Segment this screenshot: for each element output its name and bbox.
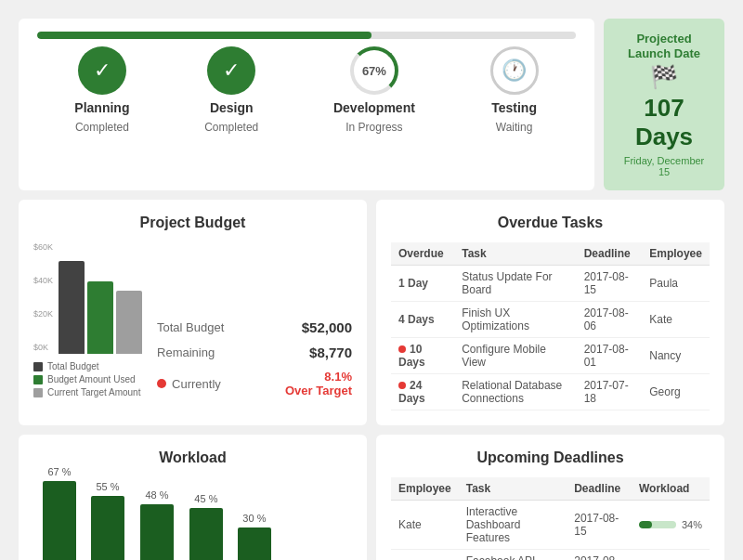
overdue-task-1: Status Update For Board	[454, 266, 576, 302]
planning-icon: ✓	[78, 46, 126, 95]
remaining-value: $8,770	[309, 345, 352, 360]
overdue-deadline-3: 2017-08-01	[577, 338, 643, 374]
launch-card: Projected Launch Date 🏁 107 Days Friday,…	[604, 19, 724, 190]
overdue-col-task: Task	[454, 242, 576, 266]
red-dot-4	[398, 382, 406, 389]
dl-col-task: Task	[459, 477, 567, 501]
dl-employee-kate: Kate	[391, 501, 459, 550]
flag-icon: 🏁	[650, 64, 678, 90]
overdue-row-2: 4 Days Finish UX Optimizations 2017-08-0…	[391, 302, 710, 338]
stat-currently: Currently 8.1% Over Target	[157, 370, 352, 397]
design-icon: ✓	[207, 46, 255, 95]
overdue-deadline-2: 2017-08-06	[577, 302, 643, 338]
overdue-days-1: 1 Day	[391, 266, 454, 302]
legend-dot-total	[33, 362, 43, 371]
overdue-employee-3: Nancy	[642, 338, 710, 374]
workload-title: Workload	[33, 449, 352, 466]
overdue-employee-2: Kate	[642, 302, 710, 338]
dl-col-employee: Employee	[391, 477, 459, 501]
overdue-employee-1: Paula	[642, 266, 710, 302]
kate-pct: 45 %	[194, 493, 217, 504]
overdue-row-4: 24 Days Relational Database Connections …	[391, 374, 710, 410]
launch-title: Projected Launch Date	[620, 32, 708, 60]
launch-date: Friday, December 15	[620, 155, 708, 177]
phase-planning: ✓ Planning Completed	[74, 46, 129, 134]
dl-employee-georg: Georg	[391, 550, 459, 560]
overdue-deadline-1: 2017-08-15	[577, 266, 643, 302]
development-pct: 67%	[362, 64, 386, 78]
legend-total: Total Budget	[33, 361, 142, 371]
overdue-deadline-4: 2017-07-18	[577, 374, 643, 410]
overdue-header-row: Overdue Task Deadline Employee	[391, 242, 710, 266]
budget-legend: Total Budget Budget Amount Used Current …	[33, 361, 142, 397]
overdue-row-1: 1 Day Status Update For Board 2017-08-15…	[391, 266, 710, 302]
overdue-task-2: Finish UX Optimizations	[454, 302, 576, 338]
paula-pct: 30 %	[242, 513, 266, 524]
bar-total	[59, 261, 85, 354]
planning-status: Completed	[75, 121, 129, 134]
bar-used	[87, 281, 113, 354]
overdue-days-4: 24 Days	[391, 374, 454, 410]
budget-card: Project Budget $60K $40K $20K $0K	[19, 200, 367, 425]
overdue-col-overdue: Overdue	[391, 242, 454, 266]
dl-row-kate: Kate Interactive Dashboard Features 2017…	[391, 501, 710, 550]
overdue-col-deadline: Deadline	[577, 242, 643, 266]
progress-bar-fill	[37, 32, 372, 39]
workload-card: Workload 67 % Georg 55 % Nancy 48 % Rich…	[19, 435, 367, 560]
workload-chart: 67 % Georg 55 % Nancy 48 % Richard 45 %	[33, 477, 352, 560]
currently-label: Currently	[157, 377, 221, 391]
red-dot-3	[398, 345, 406, 353]
nancy-pct: 55 %	[96, 481, 119, 492]
dl-task-georg: Facebook API Connector	[459, 550, 567, 560]
phase-development: 67% Development In Progress	[333, 46, 415, 134]
overall-progress-bar	[37, 32, 576, 39]
workload-bar-georg: 67 % Georg	[43, 466, 76, 560]
legend-target: Current Target Amount	[33, 387, 142, 397]
total-value: $52,000	[302, 319, 352, 335]
phase-testing: 🕐 Testing Waiting	[490, 46, 539, 134]
dl-row-georg: Georg Facebook API Connector 2017-08-06 …	[391, 550, 710, 560]
overdue-col-employee: Employee	[642, 242, 710, 266]
currently-value: 8.1%	[324, 370, 352, 384]
deadlines-table: Employee Task Deadline Workload Kate Int…	[391, 477, 710, 560]
kate-progress-bar	[639, 521, 676, 528]
development-name: Development	[333, 100, 415, 115]
launch-days: 107 Days	[620, 94, 708, 151]
paula-bar	[238, 527, 271, 560]
middle-section: Project Budget $60K $40K $20K $0K	[19, 200, 724, 425]
overdue-table: Overdue Task Deadline Employee 1 Day Sta…	[391, 242, 710, 410]
phases-row: ✓ Planning Completed ✓ Design Completed	[37, 46, 576, 134]
development-status: In Progress	[345, 121, 402, 134]
kate-pct-label: 34%	[682, 519, 702, 530]
budget-stats: Total Budget $52,000 Remaining $8,770 Cu…	[157, 319, 352, 397]
deadlines-title: Upcoming Deadlines	[391, 449, 710, 466]
dl-deadline-kate: 2017-08-15	[567, 501, 632, 550]
dl-workload-kate: 34%	[632, 501, 710, 550]
testing-icon: 🕐	[490, 46, 539, 95]
testing-status: Waiting	[496, 121, 533, 134]
dl-task-kate: Interactive Dashboard Features	[459, 501, 567, 550]
design-name: Design	[210, 100, 254, 115]
nancy-bar	[91, 496, 124, 560]
overdue-card: Overdue Tasks Overdue Task Deadline Empl…	[376, 200, 724, 425]
over-target-label: Over Target	[285, 384, 352, 397]
development-icon: 67%	[350, 46, 398, 95]
richard-bar	[140, 504, 174, 560]
dl-col-workload: Workload	[632, 477, 710, 501]
overdue-row-3: 10 Days Configure Mobile View 2017-08-01…	[391, 338, 710, 374]
workload-bar-richard: 48 % Richard	[139, 489, 175, 560]
stat-remaining: Remaining $8,770	[157, 345, 352, 360]
top-section: ✓ Planning Completed ✓ Design Completed	[19, 19, 724, 190]
dl-deadline-georg: 2017-08-06	[567, 550, 632, 560]
remaining-label: Remaining	[157, 345, 215, 359]
legend-dot-target	[33, 388, 43, 397]
workload-bar-paula: 30 % Paula	[238, 513, 271, 560]
overdue-title: Overdue Tasks	[391, 215, 710, 231]
budget-content: $60K $40K $20K $0K	[33, 242, 352, 397]
budget-title: Project Budget	[33, 215, 352, 231]
legend-dot-used	[33, 375, 43, 384]
phase-design: ✓ Design Completed	[204, 46, 258, 134]
georg-bar	[43, 481, 76, 560]
deadlines-header-row: Employee Task Deadline Workload	[391, 477, 710, 501]
bar-target	[116, 291, 142, 354]
